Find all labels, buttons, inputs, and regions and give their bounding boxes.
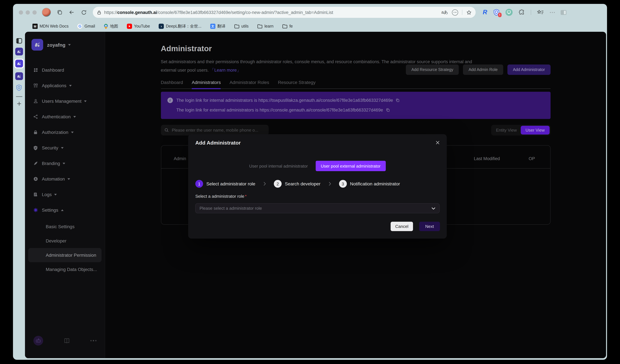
- bookmark-youtube[interactable]: YouTube: [127, 24, 150, 29]
- extension-r-icon[interactable]: R: [483, 9, 487, 16]
- window-controls[interactable]: [19, 10, 37, 15]
- more-options-icon[interactable]: [90, 340, 96, 341]
- automation-icon: [33, 176, 38, 182]
- browser-profile-avatar[interactable]: [42, 8, 51, 17]
- chevron-down-icon: [84, 100, 87, 102]
- bookmark-folder-fe[interactable]: fe: [282, 24, 293, 29]
- sidebar-item-developer[interactable]: Developer: [25, 234, 105, 248]
- learn-more-link[interactable]: 「Learn more」: [210, 68, 241, 73]
- browser-tab-rail: [13, 32, 25, 360]
- sidebar-item-security[interactable]: Security: [25, 140, 105, 156]
- bookmark-translate[interactable]: 文翻译: [210, 24, 225, 29]
- chevron-down-icon: [67, 178, 70, 180]
- bookmark-star-icon[interactable]: [466, 10, 472, 15]
- tab-administrator-roles[interactable]: Administrator Roles: [230, 80, 269, 88]
- next-button[interactable]: Next: [419, 222, 440, 231]
- sidebar-item-managing-data-objects[interactable]: Managing Data Objects...: [25, 262, 105, 277]
- sidebar-item-branding[interactable]: Branding: [25, 156, 105, 171]
- puzzle-icon[interactable]: [518, 9, 525, 15]
- sidebar-item-dashboard[interactable]: Dashboard: [25, 62, 105, 78]
- toggle-sidebar-icon[interactable]: [16, 38, 22, 44]
- user-view-option[interactable]: User View: [521, 126, 549, 134]
- admin-search[interactable]: [161, 125, 268, 135]
- search-input[interactable]: [171, 127, 265, 133]
- sidebar-item-automation[interactable]: Automation: [25, 171, 105, 187]
- divider: [462, 10, 462, 15]
- info-icon: i: [167, 97, 173, 103]
- applications-icon: [33, 83, 38, 88]
- bookmark-folder-utils[interactable]: utils: [234, 24, 248, 29]
- bookmark-mdn[interactable]: MMDN Web Docs: [32, 24, 69, 29]
- bookmark-folder-learn[interactable]: learn: [257, 24, 274, 29]
- back-icon[interactable]: [68, 9, 75, 15]
- shield-check-icon: [33, 145, 38, 151]
- minimize-window-button[interactable]: [26, 10, 30, 15]
- more-extensions-icon[interactable]: [550, 12, 555, 13]
- role-select[interactable]: Please select a administrator role: [195, 203, 440, 213]
- zoom-window-button[interactable]: [32, 10, 37, 15]
- deepl-favicon: ›: [159, 24, 164, 29]
- bookmark-deepl[interactable]: ›DeepL翻译：全世...: [159, 24, 202, 29]
- sidebar-item-authentication[interactable]: Authentication: [25, 109, 105, 124]
- pinned-tab-genauth-1[interactable]: [15, 48, 23, 56]
- pinned-tab-shield-icon[interactable]: [16, 84, 22, 91]
- browser-toolbar: https://console.genauth.ai/console/67f8e…: [13, 4, 607, 21]
- close-icon[interactable]: [435, 140, 440, 145]
- logs-icon: [33, 192, 38, 197]
- external-admin-option[interactable]: User pool external administrator: [315, 161, 386, 171]
- copy-icon[interactable]: [396, 98, 400, 102]
- url-bar[interactable]: https://console.genauth.ai/console/67f8e…: [93, 7, 476, 18]
- workspace-switcher[interactable]: zoyafng: [25, 32, 105, 51]
- internal-admin-option[interactable]: User pool internal administrator: [249, 163, 308, 168]
- bookmark-maps[interactable]: 地图: [104, 24, 118, 29]
- alert-badge: !: [498, 13, 501, 17]
- extension-shield-icon[interactable]: !: [493, 9, 499, 16]
- assistant-avatar[interactable]: [33, 336, 43, 346]
- divider: [16, 96, 22, 97]
- sidebar-item-settings[interactable]: Settings: [25, 202, 105, 218]
- pinned-tab-genauth-2[interactable]: [15, 72, 23, 80]
- favorites-list-icon[interactable]: [537, 9, 544, 15]
- tab-administrators[interactable]: Administrators: [192, 80, 221, 89]
- tab-stack-icon[interactable]: [57, 9, 63, 15]
- folder-icon: [257, 24, 263, 29]
- step-2-indicator: 2: [274, 180, 282, 188]
- docs-book-icon[interactable]: [63, 338, 70, 343]
- admin-type-toggle: User pool internal administrator User po…: [188, 161, 447, 171]
- tab-dashboard[interactable]: Dashboard: [161, 80, 183, 88]
- reader-options-icon[interactable]: [452, 9, 458, 15]
- sidebar-item-authorization[interactable]: Authorization: [25, 124, 105, 140]
- add-admin-role-button[interactable]: Add Admin Role: [463, 64, 503, 75]
- folder-icon: [282, 24, 287, 29]
- brush-icon: [33, 160, 38, 166]
- sidebar-item-basic-settings[interactable]: Basic Settings: [25, 219, 105, 234]
- sidebar-item-logs[interactable]: Logs: [25, 187, 105, 202]
- pinned-tab-genauth-active[interactable]: [14, 59, 24, 68]
- sidebar-item-users-management[interactable]: Users Management: [25, 93, 105, 109]
- new-tab-plus-icon[interactable]: [16, 101, 22, 107]
- translate-page-icon[interactable]: aあ: [441, 9, 448, 15]
- search-icon: [164, 128, 169, 132]
- add-administrator-modal: Add Administrator User pool internal adm…: [188, 134, 447, 239]
- extension-monitor-icon[interactable]: [505, 9, 512, 16]
- sidebar-item-administrator-permission[interactable]: Administrator Permission: [28, 248, 102, 262]
- sidebar-item-applications[interactable]: Applications: [25, 78, 105, 93]
- side-panel-icon[interactable]: [560, 10, 566, 15]
- add-resource-strategy-button[interactable]: Add Resource Strategy: [406, 64, 459, 75]
- column-header-last-modified: Last Modified: [474, 156, 500, 161]
- web-content: zoyafng Dashboard Applications: [25, 32, 606, 358]
- bookmark-gmail[interactable]: GGmail: [78, 24, 95, 29]
- url-text[interactable]: https://console.genauth.ai/console/67f8e…: [104, 10, 441, 15]
- cancel-button[interactable]: Cancel: [391, 222, 413, 231]
- chevron-down-icon: [69, 85, 72, 86]
- copy-icon[interactable]: [386, 108, 390, 112]
- bookmarks-bar: MMDN Web Docs GGmail 地图 YouTube ›DeepL翻译…: [13, 21, 607, 32]
- close-window-button[interactable]: [19, 10, 23, 15]
- tab-resource-strategy[interactable]: Resource Strategy: [278, 80, 315, 88]
- entity-view-option[interactable]: Entity View: [492, 128, 521, 132]
- genauth-logo: [31, 39, 43, 51]
- add-administrator-button[interactable]: Add Administrator: [507, 64, 550, 75]
- chevron-down-icon: [73, 116, 76, 117]
- reload-icon[interactable]: [81, 9, 87, 15]
- internal-login-link: i The login link for internal administra…: [167, 96, 550, 104]
